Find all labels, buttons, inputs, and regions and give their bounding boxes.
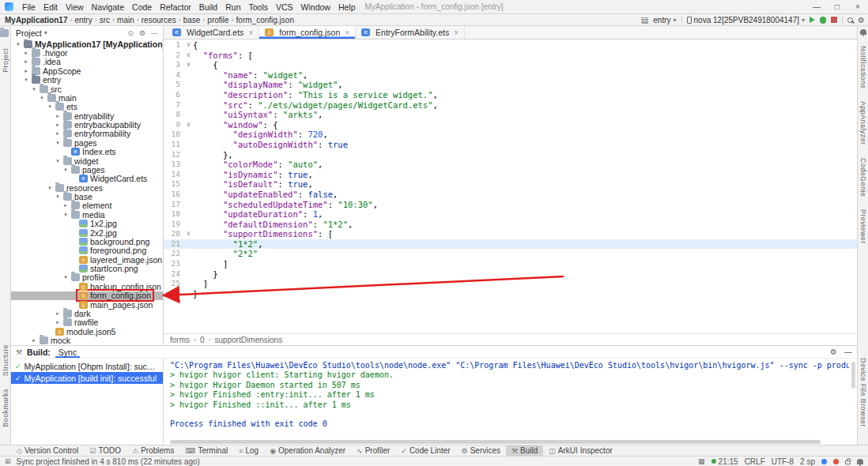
toolbar-item-todo[interactable]: ☑TODO [84,445,126,456]
tree-item-entry[interactable]: ▾entry [11,76,163,85]
chevron-expanded-icon[interactable]: ▾ [54,194,62,200]
build-mode-icon[interactable]: ▤ [641,16,648,24]
tool-button-notifications[interactable]: Notifications [859,46,867,88]
code-line-19[interactable]: 19 "defaultDimension": "1*2", [164,220,857,230]
menu-item-run[interactable]: Run [221,2,244,12]
tree-item-pages[interactable]: ▾pages [11,165,163,174]
fold-icon[interactable]: ∨ [184,40,193,51]
chevron-expanded-icon[interactable]: ▾ [62,167,70,173]
tool-button-bookmarks[interactable]: Bookmarks [2,389,9,427]
plugin-blue-icon[interactable] [821,459,827,464]
notifications-bell-icon[interactable] [857,459,863,464]
settings-gear-icon[interactable]: ⚙ [858,16,865,24]
project-tool-icon[interactable] [0,29,9,37]
tree-item-widget[interactable]: ▾widget [11,156,163,165]
tree-item-media[interactable]: ▾media [11,210,163,219]
chevron-collapsed-icon[interactable]: ▸ [54,113,62,119]
chevron-expanded-icon[interactable]: ▾ [38,95,46,101]
tree-item-form-config-json[interactable]: form_config.json [11,291,163,300]
menu-item-window[interactable]: Window [297,2,334,12]
breadcrumb-resources[interactable]: resources [140,16,178,24]
toolbar-item-build[interactable]: ⚒Build [506,445,543,456]
chevron-expanded-icon[interactable]: ▾ [62,274,70,280]
tool-button-device-file-browser[interactable]: Device File Browser [859,358,867,427]
close-icon[interactable]: × [248,28,253,37]
menu-item-file[interactable]: File [18,2,40,12]
code-line-26[interactable]: 26} [164,289,857,299]
build-task-myapplication-build-init-successful[interactable]: ✓MyApplication [build init]: successful [11,372,163,384]
code-line-17[interactable]: 17 "scheduledUpdateTime": "10:30", [164,200,857,210]
tree-item-background-png[interactable]: background.png [11,237,163,246]
build-settings-icon[interactable]: ⚙ [830,348,837,356]
breadcrumb-src[interactable]: src [98,16,111,24]
tree-item-element[interactable]: ▸element [11,201,163,210]
tree-item-backup-config-json[interactable]: backup_config.json [11,282,163,291]
code-line-24[interactable]: 24 } [164,269,857,280]
code-line-22[interactable]: 22 "2*2" [164,249,857,259]
menu-item-navigate[interactable]: Navigate [88,2,128,12]
breadcrumb-myapplication17[interactable]: MyApplication17 [3,16,69,24]
build-tab-sync[interactable]: Sync [55,346,80,358]
editor-breadcrumb-0[interactable]: 0 [200,336,205,344]
chevron-expanded-icon[interactable]: ▾ [14,41,22,47]
tool-button-codegenie[interactable]: CodeGenie [859,158,867,197]
tree-item-layered-image-json[interactable]: layered_image.json [11,255,163,264]
tree-item-entrybackupability[interactable]: ▸entrybackupability [11,120,163,129]
fold-icon[interactable]: ∨ [184,51,193,61]
locate-file-icon[interactable]: ⊙ [127,29,134,37]
code-line-2[interactable]: 2∨ "forms": [ [164,51,857,61]
tab-entryformability-ets[interactable]: EntryFormAbility.ets× [356,26,465,39]
plugin-red-icon[interactable] [833,459,839,464]
stop-button[interactable] [831,17,837,23]
code-area[interactable]: 1∨{2∨ "forms": [3∨ {4 "name": "widget",5… [164,39,857,333]
indent-indicator[interactable]: 2 sp [800,457,815,466]
chevron-expanded-icon[interactable]: ▾ [54,140,62,146]
breadcrumb-form-config-json[interactable]: form_config.json [235,16,296,24]
toolbar-item-log[interactable]: ≡Log [233,445,264,456]
tree-item-mock[interactable]: ▸mock [11,336,163,344]
toolbar-item-services[interactable]: ⚙Services [456,445,506,456]
code-line-6[interactable]: 6 "description": "This is a service widg… [164,90,857,100]
code-line-12[interactable]: 12 }, [164,150,857,160]
chevron-collapsed-icon[interactable]: ▸ [22,58,30,65]
close-icon[interactable]: × [345,28,349,37]
tree-item-index-ets[interactable]: Index.ets [11,148,163,156]
code-line-1[interactable]: 1∨{ [164,40,857,51]
breadcrumb-base[interactable]: base [182,16,202,24]
code-line-8[interactable]: 8 "uiSyntax": "arkts", [164,110,857,120]
toolbar-item-problems[interactable]: ⚠Problems [126,445,179,456]
toolbar-item-operation-analyzer[interactable]: ◉Operation Analyzer [264,445,351,456]
debug-button[interactable] [820,17,826,24]
code-line-25[interactable]: 25 ] [164,279,857,289]
code-line-5[interactable]: 5 "displayName": "widget", [164,80,857,90]
toolbar-item-terminal[interactable]: ⌨Terminal [179,445,233,456]
code-line-13[interactable]: 13 "colorMode": "auto", [164,160,857,170]
menu-item-build[interactable]: Build [195,2,221,12]
code-line-7[interactable]: 7 "src": "./ets/widget/pages/WidgetCard.… [164,100,857,111]
code-line-14[interactable]: 14 "isDynamic": true, [164,170,857,180]
menu-item-tools[interactable]: Tools [244,2,272,12]
chevron-expanded-icon[interactable]: ▾ [46,185,54,191]
editor-breadcrumb-forms[interactable]: forms [170,336,190,344]
maximize-button[interactable]: □ [827,2,847,11]
tree-item-resources[interactable]: ▾resources [11,183,163,192]
tab-widgetcard-ets[interactable]: WidgetCard.ets× [167,26,259,39]
tool-button-appanalyzer[interactable]: AppAnalyzer [859,101,867,145]
fold-icon[interactable]: ∨ [184,60,193,70]
line-ending-indicator[interactable]: CRLF [745,457,765,466]
chevron-expanded-icon[interactable]: ▾ [22,77,30,83]
minimize-button[interactable]: — [806,2,827,11]
run-button[interactable] [810,17,815,23]
chevron-expanded-icon[interactable]: ▾ [46,103,54,110]
device-selector[interactable]: nova 12[25PVB24918004147] ▾ [687,16,805,24]
tool-button-project[interactable]: Project [2,48,9,73]
run-config-selector[interactable]: entry ▾ [653,16,676,24]
chevron-collapsed-icon[interactable]: ▸ [22,68,30,74]
hide-panel-icon[interactable]: — [151,29,158,37]
console-horizontal-scrollbar[interactable] [170,440,821,444]
tree-item-2x2-jpg[interactable]: 2x2.jpg [11,228,163,237]
toolbar-item-version-control[interactable]: ◇Version Control [11,445,84,456]
chevron-collapsed-icon[interactable]: ▸ [62,202,70,209]
hide-build-panel-icon[interactable]: — [844,348,852,356]
tree-item-ets[interactable]: ▾ets [11,103,163,111]
